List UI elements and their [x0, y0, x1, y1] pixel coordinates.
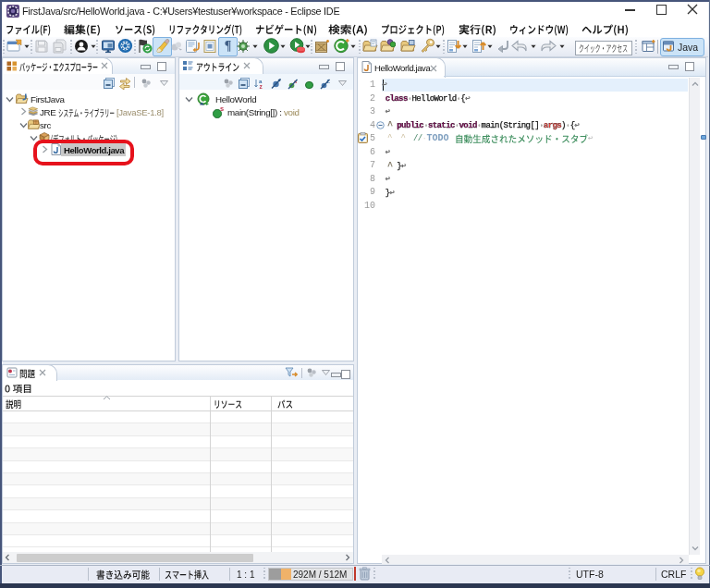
- svg-text:z: z: [260, 83, 263, 90]
